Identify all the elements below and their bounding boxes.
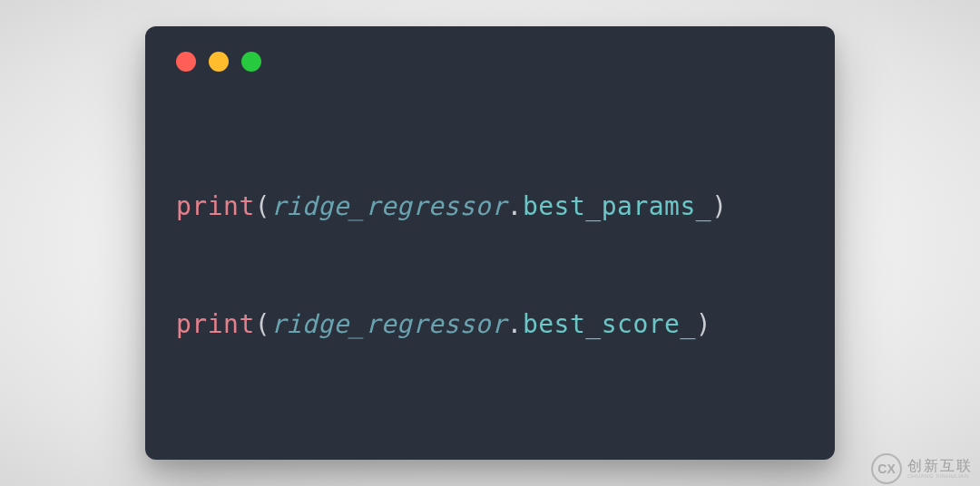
watermark: CX 创新互联 CHUANG XINHULIAN <box>871 453 973 484</box>
paren-close: ) <box>696 309 711 339</box>
code-line: print(ridge_regressor.best_params_) <box>176 187 804 226</box>
object-name: ridge_regressor <box>270 191 506 221</box>
paren-close: ) <box>711 191 727 221</box>
paren-open: ( <box>255 191 270 221</box>
watermark-text: 创新互联 CHUANG XINHULIAN <box>907 459 973 479</box>
attribute-name: best_params_ <box>523 191 711 221</box>
code-line: print(ridge_regressor.best_score_) <box>176 305 804 344</box>
dot-operator: . <box>507 191 523 221</box>
function-name: print <box>176 191 255 221</box>
code-block: print(ridge_regressor.best_params_) prin… <box>176 108 804 423</box>
minimize-icon <box>209 52 229 72</box>
attribute-name: best_score_ <box>523 309 696 339</box>
watermark-sub: CHUANG XINHULIAN <box>907 473 973 479</box>
paren-open: ( <box>255 309 270 339</box>
watermark-main: 创新互联 <box>907 459 973 473</box>
close-icon <box>176 52 196 72</box>
code-window: print(ridge_regressor.best_params_) prin… <box>145 26 835 459</box>
dot-operator: . <box>507 309 523 339</box>
window-traffic-lights <box>176 52 804 72</box>
watermark-logo-icon: CX <box>871 453 902 484</box>
object-name: ridge_regressor <box>270 309 506 339</box>
maximize-icon <box>241 52 261 72</box>
function-name: print <box>176 309 255 339</box>
